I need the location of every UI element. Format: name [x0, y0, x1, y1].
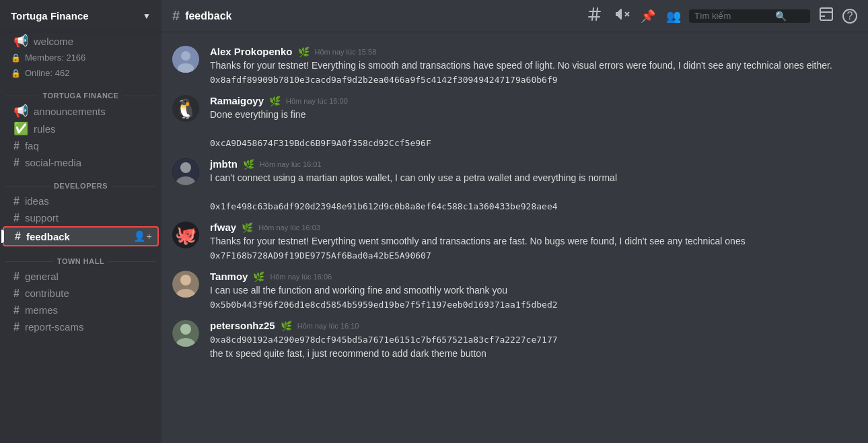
search-icon: 🔍 [775, 11, 787, 22]
channel-header: # feedback 📌 👥 🔍 [161, 0, 868, 32]
channel-label: social-media [25, 157, 81, 168]
verified-icon: 🌿 [298, 46, 310, 57]
message-row: Tanmoy 🌿 Hôm nay lúc 16:06 I can use all… [161, 268, 868, 314]
chevron-down-icon: ▼ [143, 11, 151, 21]
sidebar-item-faq[interactable]: # faq [3, 137, 159, 154]
message-text: 0xa8cd90192a4290e978dcf945bd5a7671e6151c… [210, 333, 857, 361]
message-row: 🐧 Ramaigoyy 🌿 Hôm nay lúc 16:00 Done eve… [161, 92, 868, 153]
members-icon[interactable]: 👥 [663, 6, 684, 26]
svg-point-10 [180, 275, 191, 285]
sidebar-item-welcome[interactable]: 📢 welcome [3, 32, 159, 50]
members-info: 🔒 Members: 2166 [0, 50, 161, 65]
message-row: jmbtn 🌿 Hôm nay lúc 16:01 I can't connec… [161, 156, 868, 216]
avatar: 🐧 [172, 95, 199, 122]
message-content: rfway 🌿 Hôm nay lúc 16:03 Thanks for you… [210, 222, 857, 263]
message-text: I can't connect using a martian aptos wa… [210, 171, 857, 213]
rules-icon: ✅ [13, 123, 28, 135]
message-author: jmbtn [210, 158, 238, 170]
hash-icon-memes: # [13, 305, 20, 316]
message-header: petersonhz25 🌿 Hôm nay lúc 16:10 [210, 320, 857, 331]
message-content: jmbtn 🌿 Hôm nay lúc 16:01 I can't connec… [210, 158, 857, 213]
message-content: Ramaigoyy 🌿 Hôm nay lúc 16:00 Done every… [210, 95, 857, 150]
help-icon[interactable]: ? [842, 9, 857, 24]
sidebar-item-ideas[interactable]: # ideas [3, 193, 159, 209]
hashtag-icon[interactable] [584, 3, 606, 28]
hash-icon-general: # [13, 271, 20, 282]
message-content: petersonhz25 🌿 Hôm nay lúc 16:10 0xa8cd9… [210, 320, 857, 361]
message-header: Ramaigoyy 🌿 Hôm nay lúc 16:00 [210, 95, 857, 106]
hash-icon-2: # [13, 158, 20, 168]
sidebar-item-contribute[interactable]: # contribute [3, 285, 159, 302]
divider-line-4 [112, 186, 156, 186]
channel-label: general [25, 271, 59, 282]
message-time: Hôm nay lúc 16:00 [286, 97, 348, 105]
hash-address: 0xcA9D458674F319Bdc6B9F9A0f358cd92Ccf5e9… [210, 138, 431, 148]
server-name: Tortuga Finance [11, 10, 89, 22]
lock-icon-2: 🔒 [11, 69, 21, 78]
townhall-section-label: TOWN HALL [53, 257, 108, 265]
verified-icon: 🌿 [253, 271, 264, 282]
announcement-icon: 📢 [13, 35, 28, 47]
message-header: rfway 🌿 Hôm nay lúc 16:03 [210, 222, 857, 233]
channel-label: contribute [25, 287, 69, 299]
svg-rect-2 [820, 8, 832, 20]
message-time: Hôm nay lúc 15:58 [315, 48, 377, 56]
sidebar-item-announcements[interactable]: 📢 announcements [3, 102, 159, 120]
message-header: Tanmoy 🌿 Hôm nay lúc 16:06 [210, 271, 857, 282]
sidebar-item-social-media[interactable]: # social-media [3, 154, 159, 171]
sidebar-item-memes[interactable]: # memes [3, 302, 159, 318]
message-text: I can use all the function and working f… [210, 283, 857, 312]
message-content: Tanmoy 🌿 Hôm nay lúc 16:06 I can use all… [210, 271, 857, 312]
lock-icon: 🔒 [11, 53, 21, 63]
townhall-section-divider: TOWN HALL [0, 246, 161, 268]
sidebar-item-support[interactable]: # support [3, 209, 159, 226]
divider-line-5 [5, 261, 53, 262]
sidebar-item-report-scams[interactable]: # report-scams [3, 318, 159, 335]
channel-label: rules [34, 123, 56, 135]
developers-section-label: DEVELOPERS [50, 182, 112, 190]
message-header: Alex Prokopenko 🌿 Hôm nay lúc 15:58 [210, 46, 857, 57]
server-header[interactable]: Tortuga Finance ▼ [0, 0, 161, 32]
search-input[interactable] [694, 11, 775, 21]
mute-icon[interactable] [611, 3, 632, 28]
message-text: Thanks for your testnet! Everything went… [210, 234, 857, 263]
message-time: Hôm nay lúc 16:01 [260, 160, 322, 168]
verified-icon: 🌿 [269, 96, 281, 106]
avatar [172, 320, 199, 347]
message-time: Hôm nay lúc 16:03 [258, 224, 320, 232]
message-author: Tanmoy [210, 271, 248, 282]
add-member-icon[interactable]: 👤+ [133, 230, 152, 242]
messages-area: Alex Prokopenko 🌿 Hôm nay lúc 15:58 Than… [161, 32, 868, 443]
hash-icon-support: # [13, 213, 20, 224]
sidebar-item-rules[interactable]: ✅ rules [3, 120, 159, 137]
online-count: Online: 462 [25, 68, 70, 78]
hash-address: 0x8afdf89909b7810e3cacd9af9d2b2ea0466a9f… [210, 75, 558, 85]
hash-icon-contribute: # [13, 288, 20, 299]
channel-label: report-scams [25, 321, 84, 333]
inbox-icon[interactable] [816, 3, 837, 28]
channel-label: ideas [25, 195, 49, 207]
hash-icon-report: # [13, 322, 20, 333]
hash-address: 0x1fe498c63ba6df920d23948e91b612d9c0b8a8… [210, 201, 558, 211]
message-author: rfway [210, 222, 236, 233]
channel-label: support [25, 212, 59, 224]
message-time: Hôm nay lúc 16:06 [270, 273, 332, 281]
channel-hash-icon: # [172, 8, 180, 24]
tortuga-section-divider: TORTUGA FINANCE [0, 81, 161, 102]
channel-label: announcements [34, 106, 106, 117]
avatar [172, 46, 199, 73]
message-row: Alex Prokopenko 🌿 Hôm nay lúc 15:58 Than… [161, 43, 868, 90]
channel-label: welcome [34, 36, 73, 47]
tortuga-section-label: TORTUGA FINANCE [38, 92, 122, 100]
message-text: Done everything is fine 0xcA9D458674F319… [210, 108, 857, 150]
pin-icon[interactable]: 📌 [638, 6, 658, 26]
hash-icon: # [13, 141, 20, 151]
sidebar-item-general[interactable]: # general [3, 268, 159, 285]
svg-point-4 [181, 51, 190, 61]
divider-line-2 [123, 96, 156, 96]
sidebar-item-feedback[interactable]: # feedback 👤+ [3, 226, 159, 246]
divider-line [5, 96, 38, 96]
search-bar[interactable]: 🔍 [689, 9, 810, 23]
svg-point-7 [180, 162, 191, 173]
channel-header-name: feedback [185, 10, 231, 22]
